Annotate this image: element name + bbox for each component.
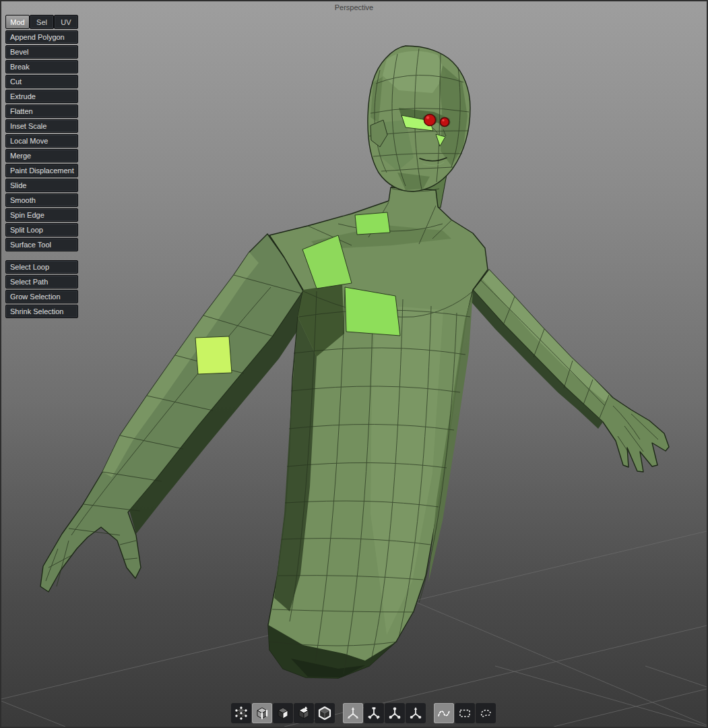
lasso-select-button[interactable] — [476, 703, 496, 723]
vertex-mode-icon — [234, 706, 249, 721]
manipulator-universal-icon — [408, 706, 423, 721]
lasso-select-icon — [478, 706, 493, 721]
model-left-arm[interactable] — [40, 234, 306, 592]
cut-button[interactable]: Cut — [5, 75, 78, 88]
manipulator-scale-button[interactable] — [385, 703, 405, 723]
viewport-window: Perspective ModSelUV Append PolygonBevel… — [0, 0, 708, 728]
flatten-button[interactable]: Flatten — [5, 104, 78, 118]
tab-sel[interactable]: Sel — [30, 15, 54, 29]
merge-button[interactable]: Merge — [5, 149, 78, 162]
model-low-poly-humanoid[interactable] — [40, 46, 669, 678]
marquee-select-icon — [457, 706, 472, 721]
select-path-button[interactable]: Select Path — [5, 275, 78, 289]
tool-button-group: Append PolygonBevelBreakCutExtrudeFlatte… — [5, 30, 78, 251]
select-loop-button[interactable]: Select Loop — [5, 260, 78, 274]
manipulator-move-icon — [346, 706, 360, 721]
panel-group-divider — [5, 251, 78, 259]
model-torso[interactable] — [268, 187, 488, 678]
viewport-canvas[interactable] — [1, 1, 707, 727]
slide-button[interactable]: Slide — [5, 179, 78, 192]
face-mode-button[interactable] — [273, 703, 293, 723]
marquee-select-button[interactable] — [455, 703, 475, 723]
bottom-toolbar — [231, 703, 496, 723]
inset-scale-button[interactable]: Inset Scale — [5, 119, 78, 133]
model-highlighted-face-arm[interactable] — [195, 336, 232, 374]
spin-edge-button[interactable]: Spin Edge — [5, 208, 78, 222]
paint-select-icon — [437, 706, 451, 721]
local-move-button[interactable]: Local Move — [5, 134, 78, 148]
object-mode-icon — [317, 706, 332, 721]
grow-selection-button[interactable]: Grow Selection — [5, 290, 78, 303]
vertex-mode-button[interactable] — [231, 703, 251, 723]
multi-mode-icon — [296, 706, 311, 721]
smooth-button[interactable]: Smooth — [5, 193, 78, 207]
model-right-arm[interactable] — [469, 270, 669, 472]
append-polygon-button[interactable]: Append Polygon — [5, 30, 78, 44]
tab-uv[interactable]: UV — [54, 15, 78, 29]
split-loop-button[interactable]: Split Loop — [5, 223, 78, 237]
edge-mode-icon — [255, 706, 269, 721]
selection-button-group: Select LoopSelect PathGrow SelectionShri… — [5, 260, 78, 318]
extrude-button[interactable]: Extrude — [5, 90, 78, 103]
toolbar-group-manipulators — [343, 703, 426, 723]
manipulator-universal-button[interactable] — [406, 703, 426, 723]
edge-mode-button[interactable] — [252, 703, 272, 723]
tab-bar: ModSelUV — [5, 15, 78, 29]
toolbar-group-selection-styles — [434, 703, 496, 723]
paint-displacement-button[interactable]: Paint Displacement — [5, 164, 78, 177]
model-head[interactable] — [368, 46, 470, 191]
model-highlighted-face-trapezius[interactable] — [355, 212, 390, 235]
face-mode-icon — [276, 706, 290, 721]
manipulator-scale-icon — [387, 706, 402, 721]
manipulator-rotate-icon — [366, 706, 381, 721]
manipulator-rotate-button[interactable] — [364, 703, 384, 723]
tool-panel: ModSelUV Append PolygonBevelBreakCutExtr… — [5, 15, 78, 318]
multi-mode-button[interactable] — [294, 703, 314, 723]
shrink-selection-button[interactable]: Shrink Selection — [5, 305, 78, 318]
object-mode-button[interactable] — [315, 703, 335, 723]
toolbar-group-component-modes — [231, 703, 335, 723]
bevel-button[interactable]: Bevel — [5, 45, 78, 59]
paint-select-button[interactable] — [434, 703, 454, 723]
tab-mod[interactable]: Mod — [5, 15, 30, 29]
surface-tool-button[interactable]: Surface Tool — [5, 238, 78, 251]
break-button[interactable]: Break — [5, 60, 78, 73]
manipulator-move-button[interactable] — [343, 703, 363, 723]
